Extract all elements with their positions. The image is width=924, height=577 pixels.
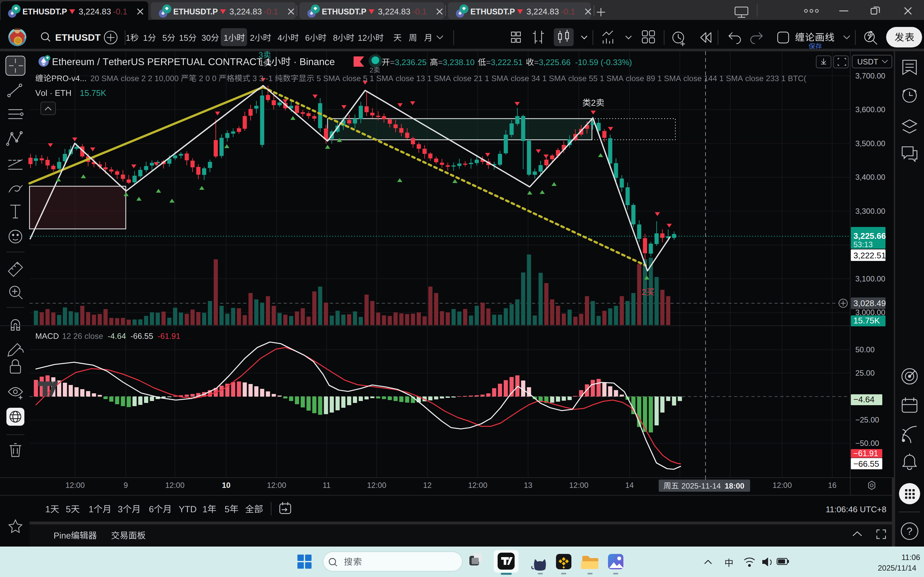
svg-text:3,400.00: 3,400.00 [855,173,885,181]
svg-text:16: 16 [828,481,837,490]
svg-text:12:00: 12:00 [772,481,792,490]
svg-text:12:00: 12:00 [65,481,85,490]
svg-text:53:13: 53:13 [853,240,873,249]
svg-text:?: ? [907,525,913,537]
svg-text:12:00: 12:00 [468,481,487,490]
svg-text:3,300.00: 3,300.00 [855,207,885,215]
svg-text:−25.00: −25.00 [855,416,879,424]
svg-text:12:00: 12:00 [367,481,386,490]
svg-text:3,224.83: 3,224.83 [79,7,111,16]
svg-text:ETHUSDT: ETHUSDT [55,32,101,43]
svg-text:13: 13 [524,481,533,490]
svg-text:-0.1: -0.1 [561,7,575,16]
svg-text:3,224.83: 3,224.83 [527,7,559,16]
svg-text:3,225.66: 3,225.66 [853,231,886,241]
svg-text:-0.1: -0.1 [412,7,427,16]
svg-text:25.00: 25.00 [855,369,875,377]
svg-text:ETHUSDT.P: ETHUSDT.P [322,7,367,16]
svg-text:−50.00: −50.00 [855,439,879,448]
svg-text:50.00: 50.00 [855,345,875,354]
svg-text:12:00: 12:00 [267,481,286,490]
svg-text:3,028.49: 3,028.49 [853,298,886,308]
svg-text:15.75K: 15.75K [853,316,880,326]
svg-text:11: 11 [323,481,331,490]
svg-text:12: 12 [423,481,432,490]
svg-text:12:00: 12:00 [569,481,588,490]
svg-text:3,700.00: 3,700.00 [855,71,885,80]
svg-text:ETHUSDT.P: ETHUSDT.P [470,7,515,16]
svg-text:11:06: 11:06 [901,553,920,562]
svg-text:14: 14 [625,481,634,490]
svg-text:10: 10 [222,481,231,490]
svg-text:3,224.83: 3,224.83 [229,7,262,16]
svg-text:3,600.00: 3,600.00 [855,105,885,114]
svg-text:−61.91: −61.91 [853,449,878,458]
svg-text:USDT: USDT [857,57,879,66]
svg-text:ETHUSDT.P: ETHUSDT.P [173,7,218,16]
svg-text:-0.1: -0.1 [264,7,278,16]
svg-text:−66.55: −66.55 [853,459,879,469]
svg-text:12:00: 12:00 [165,481,184,490]
svg-text:3,224.83: 3,224.83 [378,7,410,16]
svg-text:-0.1: -0.1 [113,7,128,16]
svg-text:3,500.00: 3,500.00 [855,139,885,148]
svg-text:3,222.51: 3,222.51 [853,251,886,260]
svg-text:ETHUSDT.P: ETHUSDT.P [23,7,67,16]
svg-text:11:06:46 UTC+8: 11:06:46 UTC+8 [825,504,887,514]
svg-text:9: 9 [124,481,128,490]
svg-text:3,100.00: 3,100.00 [855,274,885,283]
svg-text:−4.64: −4.64 [853,395,875,404]
